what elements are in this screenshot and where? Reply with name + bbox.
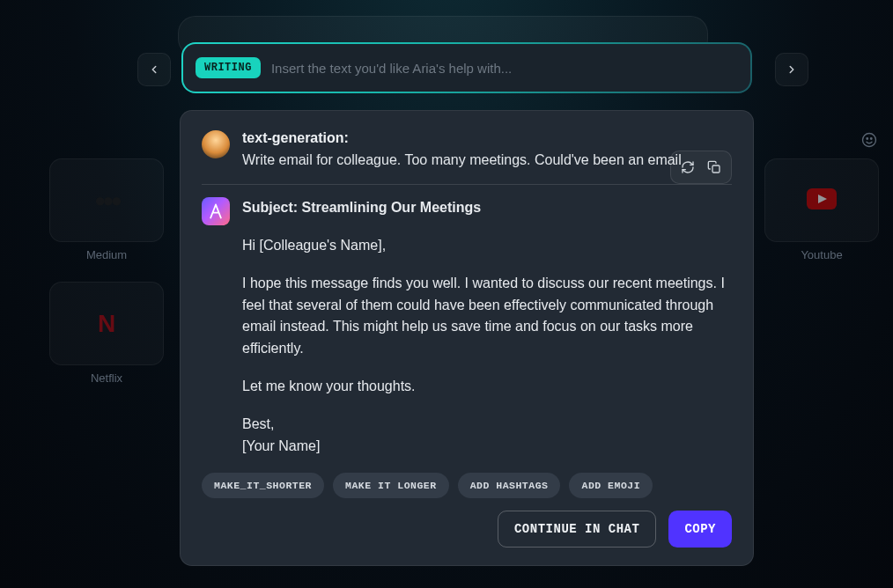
prompt-bar: WRITING: [181, 42, 752, 93]
svg-rect-4: [712, 165, 720, 173]
email-signoff: Best,: [242, 414, 732, 436]
speed-dial-label: Medium: [86, 248, 127, 261]
speed-dial-medium[interactable]: ●●● Medium: [49, 158, 164, 242]
copy-response-button[interactable]: [701, 155, 727, 180]
netflix-icon: N: [98, 310, 115, 338]
emoji-icon: [861, 132, 877, 148]
card-footer: CONTINUE IN CHAT COPY: [202, 511, 732, 548]
speed-dial-youtube[interactable]: Youtube: [764, 158, 879, 242]
email-subject: Subject: Streamlining Our Meetings: [242, 197, 732, 219]
aria-avatar: [202, 197, 230, 225]
regenerate-button[interactable]: [675, 155, 701, 180]
user-message: text-generation: Write email for colleag…: [202, 130, 732, 170]
svg-point-1: [863, 134, 876, 147]
user-message-title: text-generation:: [242, 130, 732, 146]
user-message-text: Write email for colleague. Too many meet…: [242, 150, 732, 170]
suggestion-add-emoji[interactable]: ADD EMOJI: [569, 473, 653, 498]
regenerate-icon: [681, 160, 695, 174]
chevron-right-icon: [786, 63, 798, 76]
youtube-icon: [807, 188, 837, 213]
email-body: I hope this message finds you well. I wa…: [242, 273, 732, 360]
user-avatar: [202, 130, 230, 158]
assistant-message: Subject: Streamlining Our Meetings Hi [C…: [202, 197, 732, 457]
speed-dial-netflix[interactable]: N Netflix: [49, 282, 164, 365]
response-card: text-generation: Write email for colleag…: [180, 110, 754, 566]
medium-icon: ●●●: [94, 189, 119, 212]
emoji-button[interactable]: [861, 132, 877, 151]
continue-in-chat-button[interactable]: CONTINUE IN CHAT: [498, 511, 656, 548]
copy-icon: [707, 160, 721, 174]
mode-chip-writing[interactable]: WRITING: [196, 57, 261, 78]
suggestion-make-longer[interactable]: MAKE IT LONGER: [333, 473, 449, 498]
speed-dial-label: Youtube: [801, 248, 842, 261]
suggestion-row: MAKE_IT_SHORTER MAKE IT LONGER ADD HASHT…: [202, 473, 732, 498]
email-closing: Let me know your thoughts.: [242, 376, 732, 398]
chevron-left-icon: [148, 63, 160, 76]
email-greeting: Hi [Colleague's Name],: [242, 235, 732, 257]
copy-button[interactable]: COPY: [668, 511, 732, 548]
prompt-input[interactable]: [271, 61, 738, 76]
suggestion-add-hashtags[interactable]: ADD HASHTAGS: [458, 473, 561, 498]
svg-point-2: [867, 138, 868, 140]
separator: [202, 184, 732, 185]
nav-next-button[interactable]: [775, 53, 808, 86]
svg-point-3: [871, 138, 873, 140]
nav-prev-button[interactable]: [137, 53, 171, 86]
suggestion-make-shorter[interactable]: MAKE_IT_SHORTER: [202, 473, 324, 498]
email-signature: [Your Name]: [242, 436, 732, 458]
speed-dial-label: Netflix: [91, 371, 122, 385]
response-action-bar: [670, 151, 732, 184]
